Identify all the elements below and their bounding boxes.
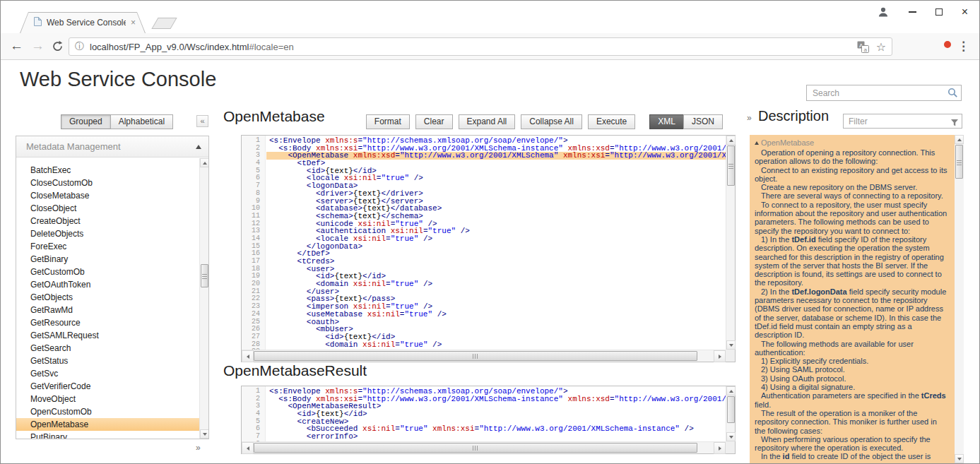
request-hscrollbar[interactable] [242,350,726,362]
code-line[interactable]: </tDef> [266,250,726,258]
json-button[interactable]: JSON [683,114,723,129]
description-paragraph: Authentication parameters are specified … [755,391,949,409]
bookmark-star-icon[interactable]: ☆ [876,40,886,54]
sidebar-collapse-button[interactable]: « [196,115,208,127]
extension-icon[interactable] [944,41,951,48]
clear-button[interactable]: Clear [415,114,453,129]
line-number: 24 [242,311,265,319]
list-item[interactable]: GetSvc [16,367,199,380]
scroll-down-button[interactable] [726,432,736,441]
list-item[interactable]: GetRawMd [16,304,199,316]
code-line[interactable]: <errorInfo> [266,433,726,441]
scroll-thumb[interactable] [254,443,697,453]
execute-button[interactable]: Execute [588,114,635,129]
list-item[interactable]: GetResource [16,316,199,329]
list-item[interactable]: OpenCustomOb [16,405,199,418]
scroll-left-button[interactable] [242,350,254,362]
group-header[interactable]: Metadata Management [16,136,208,157]
filter-funnel-icon[interactable] [950,117,959,130]
list-item[interactable]: CloseMetabase [16,189,199,202]
scroll-down-button[interactable] [726,340,736,350]
description-section-header[interactable]: OpenMetabase [755,138,949,147]
grouped-button[interactable]: Grouped [61,114,111,129]
scroll-thumb[interactable] [254,351,697,361]
group-header-label: Metadata Management [26,141,196,152]
response-vscrollbar[interactable] [726,386,735,441]
list-item[interactable]: ForeExec [16,240,199,253]
sidebar-expand-button[interactable]: » [196,443,201,453]
xml-button[interactable]: XML [649,114,684,129]
collapse-all-button[interactable]: Collapse All [521,114,582,129]
list-item[interactable]: CloseObject [16,202,199,215]
minimize-icon [909,11,916,13]
list-item[interactable]: PutBinary [16,431,199,439]
request-vscrollbar[interactable] [726,136,735,350]
scroll-up-button[interactable] [955,135,964,144]
tab-close-icon[interactable]: × [131,18,136,28]
list-item[interactable]: GetVerifierCode [16,380,199,393]
list-item[interactable]: GetOAuthToken [16,278,199,291]
search-input[interactable] [807,85,961,100]
list-item[interactable]: MoveObject [16,393,199,405]
list-item[interactable]: DeleteObjects [16,227,199,240]
list-item[interactable]: OpenMetabase [16,418,199,431]
scroll-thumb[interactable] [955,145,963,179]
profile-icon[interactable] [877,6,890,18]
scroll-thumb[interactable] [727,145,735,186]
scroll-up-button[interactable] [726,386,736,395]
sidebar-scrollbar[interactable] [199,158,208,439]
list-item[interactable]: GetObjects [16,291,199,304]
code-line[interactable]: <domain xsi:nil="true" /> [266,341,726,349]
list-item[interactable]: BatchExec [16,164,199,177]
code-line[interactable]: <tCreds> [266,258,726,266]
expand-all-button[interactable]: Expand All [459,114,516,129]
line-number: 5 [242,418,265,426]
list-item[interactable]: GetSAMLRequest [16,329,199,342]
description-content: OpenMetabase Operation of opening a repo… [750,135,955,463]
list-item[interactable]: GetStatus [16,355,199,367]
browser-menu-button[interactable]: ⋮ [957,39,969,54]
request-editor[interactable]: 1234567891011121314151617181920212223242… [241,135,736,362]
code-line[interactable]: </logonData> [266,243,726,251]
search-icon[interactable] [947,88,958,101]
scroll-up-button[interactable] [200,158,209,167]
maximize-button[interactable] [935,8,943,16]
info-icon[interactable]: ⓘ [75,40,84,53]
scroll-down-button[interactable] [200,429,209,439]
browser-tab[interactable]: Web Service Console × [20,12,146,33]
scroll-down-button[interactable] [955,454,964,463]
scroll-right-button[interactable] [714,442,726,454]
scroll-left-button[interactable] [242,442,254,454]
minimize-button[interactable] [909,11,916,13]
window-close-button[interactable]: × [962,6,968,18]
scroll-thumb[interactable] [201,264,208,287]
response-hscrollbar[interactable] [242,441,726,453]
request-code[interactable]: <s:Envelope xmlns:s="http://schemas.xmls… [266,136,726,350]
list-item[interactable]: CreateObject [16,215,199,227]
response-gutter: 12345678 [242,386,266,441]
url-bar[interactable]: ⓘ localhost/FP_App_v9.0/Wsc/index.html #… [69,37,892,56]
line-number: 7 [242,433,265,441]
scroll-up-button[interactable] [726,136,736,145]
new-tab-button[interactable] [151,18,177,29]
list-item[interactable]: GetSearch [16,342,199,355]
list-item[interactable]: GetBinary [16,253,199,266]
list-item[interactable]: GetCustomOb [16,266,199,278]
response-code[interactable]: <s:Envelope xmlns:s="http://schemas.xmls… [266,386,726,441]
description-collapse-button[interactable]: » [747,113,752,123]
scroll-up-icon [729,390,733,393]
list-item[interactable]: CloseCustomOb [16,177,199,189]
back-button[interactable]: ← [10,38,23,54]
reload-button[interactable] [52,40,64,56]
description-scrollbar[interactable] [955,135,964,463]
group-collapse-icon[interactable] [196,145,201,149]
format-button[interactable]: Format [366,114,410,129]
response-editor[interactable]: 12345678 <s:Envelope xmlns:s="http://sch… [241,386,736,454]
translate-icon[interactable]: Aa [857,41,869,53]
forward-button[interactable]: → [31,38,45,54]
code-line[interactable]: <OpenMetabase xmlns:xsd="http://www.w3.o… [266,152,726,160]
filter-input[interactable] [844,115,962,129]
alphabetical-button[interactable]: Alphabetical [110,114,173,129]
scroll-thumb[interactable] [727,396,735,423]
scroll-right-button[interactable] [714,350,726,362]
